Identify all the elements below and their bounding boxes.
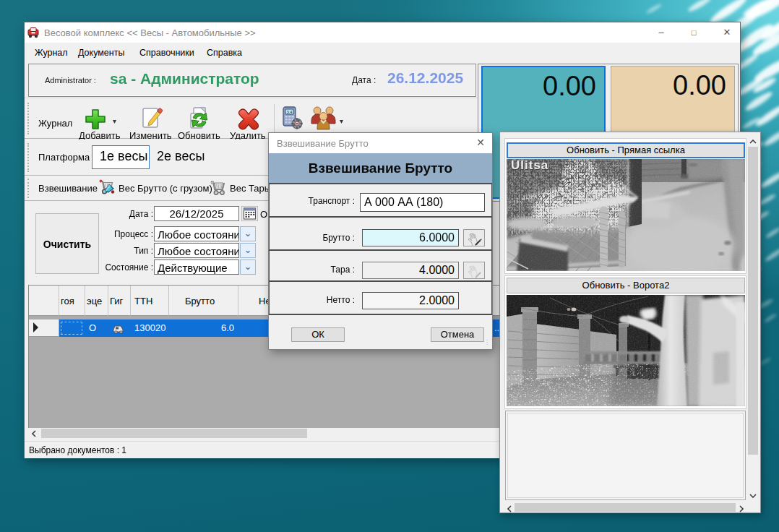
svg-text:3.4: 3.4 <box>287 110 293 114</box>
svg-text:Ulitsa: Ulitsa <box>511 159 548 172</box>
